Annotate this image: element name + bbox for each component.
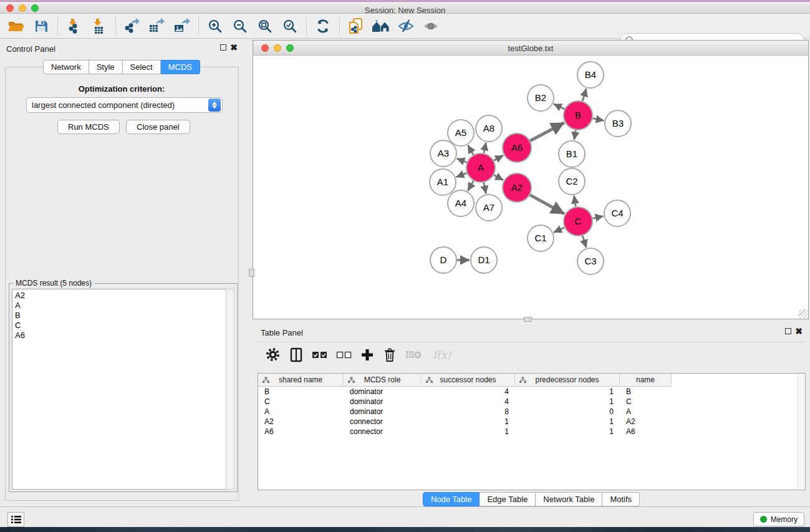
graph-node-B4[interactable]: B4 [577, 62, 604, 88]
table-cell: connector [344, 417, 422, 427]
tab-motifs[interactable]: Motifs [602, 492, 640, 506]
home-layout-button[interactable] [369, 16, 393, 36]
column-header-name[interactable]: name [620, 374, 672, 386]
network-resize-grip[interactable] [799, 309, 808, 318]
function-icon: f(x) [432, 347, 454, 363]
mcds-result-item[interactable]: B [15, 311, 227, 321]
gear-button[interactable] [265, 347, 281, 362]
export-image-button[interactable] [170, 16, 195, 36]
graph-node-A[interactable]: A [466, 153, 495, 182]
svg-text:A5: A5 [455, 127, 466, 138]
column-header-shared-name[interactable]: shared name [258, 374, 344, 386]
edge-B-B2 [554, 104, 565, 109]
graph-node-D[interactable]: D [430, 247, 456, 273]
network-window-titlebar[interactable]: testGlobe.txt [253, 41, 808, 56]
refresh-layout-button[interactable] [311, 16, 335, 36]
status-bar: Memory [0, 506, 810, 527]
graph-node-A8[interactable]: A8 [476, 115, 502, 142]
node-table: shared name MCDS role successor nodes pr… [258, 373, 806, 490]
export-table-button[interactable] [145, 16, 170, 36]
table-row[interactable]: Adominator80A [258, 407, 805, 417]
graph-node-C1[interactable]: C1 [528, 225, 554, 251]
node-table-scrollbar[interactable] [798, 374, 805, 490]
select-value: largest connected component (directed) [27, 100, 208, 110]
show-details-button[interactable] [418, 16, 443, 36]
tab-edge-table[interactable]: Edge Table [480, 492, 536, 506]
table-row[interactable]: A2connector11A2 [258, 417, 805, 427]
import-table-button[interactable] [87, 16, 112, 36]
import-network-button[interactable] [62, 16, 87, 36]
save-session-button[interactable] [29, 16, 54, 36]
table-cell: A2 [258, 417, 344, 427]
mcds-result-scrollbar[interactable] [226, 289, 234, 490]
column-header-predecessor-nodes[interactable]: predecessor nodes [515, 374, 620, 386]
deselect-all-button[interactable] [336, 351, 352, 359]
control-panel-float-icon[interactable] [220, 44, 226, 52]
mcds-result-item[interactable]: C [15, 321, 227, 331]
graph-node-A2[interactable]: A2 [503, 173, 531, 202]
column-header-successor-nodes[interactable]: successor nodes [422, 374, 515, 386]
zoom-selected-icon [282, 18, 298, 34]
zoom-out-button[interactable] [228, 16, 253, 36]
graph-node-B1[interactable]: B1 [559, 141, 585, 167]
close-panel-button[interactable]: Close panel [126, 120, 190, 134]
open-folder-button[interactable] [4, 16, 29, 36]
graph-node-A3[interactable]: A3 [430, 140, 456, 167]
edge-A-A7 [484, 183, 486, 194]
graph-node-B[interactable]: B [564, 101, 592, 130]
table-row[interactable]: Bdominator41B [258, 387, 805, 397]
table-cell: 1 [515, 387, 620, 397]
table-row[interactable]: Cdominator41C [258, 397, 805, 407]
table-panel-float-icon[interactable] [785, 327, 791, 336]
select-all-button[interactable] [312, 351, 327, 359]
tab-select[interactable]: Select [123, 60, 161, 74]
delete-table-icon [405, 349, 423, 361]
tab-mcds[interactable]: MCDS [161, 60, 200, 74]
task-history-button[interactable] [7, 512, 24, 527]
graph-node-B2[interactable]: B2 [528, 85, 554, 111]
zoom-selected-button[interactable] [277, 16, 302, 36]
network-canvas[interactable]: B4 B2 B B3 A5 A8 A6 B1 A3 A A1 C2 A4 [253, 56, 808, 318]
mcds-result-item[interactable]: A6 [15, 331, 227, 341]
graph-node-A1[interactable]: A1 [430, 169, 456, 195]
graph-node-B3[interactable]: B3 [605, 110, 631, 137]
columns-button[interactable] [289, 347, 303, 362]
trash-button[interactable] [383, 347, 397, 362]
export-network-button[interactable] [120, 16, 145, 36]
control-panel-close-icon[interactable]: ✖ [230, 42, 238, 52]
tab-node-table[interactable]: Node Table [423, 492, 480, 506]
optimization-criterion-select[interactable]: largest connected component (directed) [26, 97, 223, 113]
graph-node-C3[interactable]: C3 [577, 248, 604, 274]
duplicate-network-button[interactable] [344, 16, 369, 36]
tab-style[interactable]: Style [89, 60, 123, 74]
zoom-in-button[interactable] [203, 16, 228, 36]
zoom-fit-button[interactable] [253, 16, 277, 36]
graph-node-A4[interactable]: A4 [448, 190, 474, 216]
graph-node-D1[interactable]: D1 [471, 247, 497, 273]
add-button[interactable] [360, 348, 374, 362]
toolbar-separator [115, 17, 116, 36]
mcds-result-item[interactable]: A2 [15, 291, 227, 301]
left-splitter-grip[interactable] [249, 269, 254, 277]
bottom-splitter-grip[interactable] [524, 317, 532, 322]
hide-details-button[interactable] [393, 16, 418, 36]
graph-node-C2[interactable]: C2 [559, 168, 585, 195]
control-panel-title: Control Panel [6, 44, 55, 54]
tab-network-table[interactable]: Network Table [536, 492, 602, 506]
memory-button[interactable]: Memory [753, 512, 804, 526]
column-header-MCDS-role[interactable]: MCDS role [344, 374, 422, 386]
table-cell: A6 [620, 427, 672, 437]
table-row[interactable]: A6connector11A6 [258, 427, 805, 437]
table-panel-close-icon[interactable]: ✖ [795, 326, 803, 336]
graph-node-C4[interactable]: C4 [604, 200, 630, 226]
table-cell: 1 [422, 427, 515, 437]
table-cell: 1 [515, 397, 620, 407]
svg-text:C4: C4 [611, 208, 623, 218]
graph-node-A7[interactable]: A7 [476, 195, 502, 221]
graph-node-A5[interactable]: A5 [448, 120, 474, 146]
run-mcds-button[interactable]: Run MCDS [57, 120, 120, 134]
mcds-result-item[interactable]: A [15, 301, 227, 311]
tab-network[interactable]: Network [43, 60, 89, 74]
graph-node-C[interactable]: C [564, 207, 592, 236]
graph-node-A6[interactable]: A6 [503, 133, 531, 162]
